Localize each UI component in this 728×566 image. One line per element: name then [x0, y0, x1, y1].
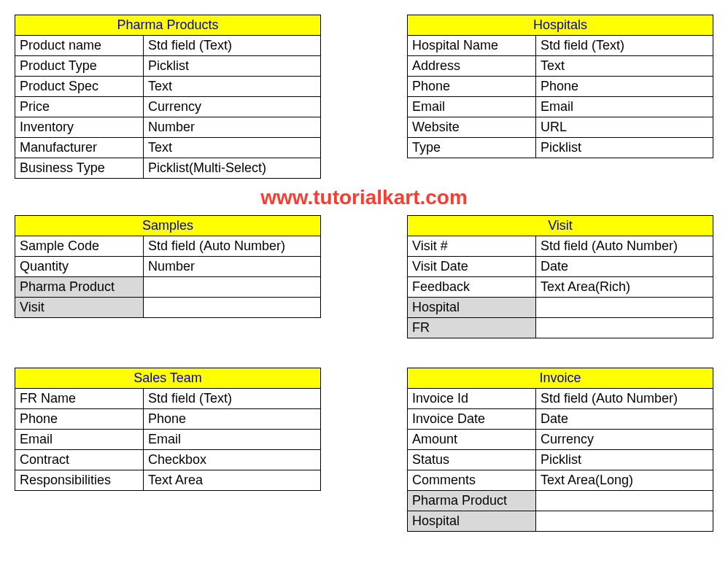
- table-row: ManufacturerText: [15, 138, 321, 158]
- field-value: Std field (Auto Number): [143, 236, 320, 257]
- field-value: Picklist(Multi-Select): [143, 158, 320, 179]
- table-row: Visit #Std field (Auto Number): [408, 236, 713, 257]
- table-row: Pharma Product: [15, 277, 321, 298]
- field-label: Contract: [15, 450, 144, 470]
- field-label: Visit: [15, 298, 144, 318]
- table-row: PriceCurrency: [15, 97, 321, 117]
- field-value: [535, 298, 713, 318]
- field-value: [535, 491, 713, 511]
- table-row: InventoryNumber: [15, 117, 321, 138]
- field-value: Text Area: [143, 470, 320, 491]
- field-value: Picklist: [143, 56, 320, 77]
- field-label: Website: [408, 117, 536, 138]
- field-value: [535, 511, 713, 532]
- table-row: PhonePhone: [15, 409, 321, 430]
- visit-table: Visit Visit #Std field (Auto Number)Visi…: [407, 215, 713, 338]
- table-row: Product nameStd field (Text): [15, 36, 321, 56]
- field-value: Text: [535, 56, 713, 77]
- table-title: Sales Team: [15, 368, 321, 389]
- table-title: Pharma Products: [15, 15, 321, 36]
- table-row: Hospital NameStd field (Text): [408, 36, 713, 56]
- table-row: Hospital: [408, 298, 713, 318]
- field-value: Picklist: [535, 450, 713, 470]
- table-row: Sample CodeStd field (Auto Number): [15, 236, 321, 257]
- table-row: ContractCheckbox: [15, 450, 321, 470]
- table-row: PhonePhone: [408, 77, 713, 97]
- field-value: [143, 277, 320, 298]
- field-label: Inventory: [15, 117, 144, 138]
- field-label: Status: [408, 450, 536, 470]
- field-label: Sample Code: [15, 236, 144, 257]
- samples-table: Samples Sample CodeStd field (Auto Numbe…: [15, 215, 321, 338]
- table-title: Visit: [408, 216, 713, 236]
- table-row: AmountCurrency: [408, 430, 713, 450]
- table-row: Product SpecText: [15, 77, 321, 97]
- table-row: Product TypePicklist: [15, 56, 321, 77]
- field-value: Checkbox: [143, 450, 320, 470]
- field-value: [143, 298, 320, 318]
- table-row: FR: [408, 318, 713, 338]
- field-value: Picklist: [535, 138, 713, 158]
- table-row: Visit: [15, 298, 321, 318]
- field-label: Price: [15, 97, 144, 117]
- invoice-table: Invoice Invoice IdStd field (Auto Number…: [407, 368, 713, 532]
- field-value: Date: [535, 257, 713, 277]
- table-row: EmailEmail: [15, 430, 321, 450]
- field-label: Product Spec: [15, 77, 144, 97]
- field-label: Type: [408, 138, 536, 158]
- table-title: Hospitals: [408, 15, 713, 36]
- field-label: Pharma Product: [408, 491, 536, 511]
- table-title: Invoice: [408, 368, 713, 389]
- table-row: Hospital: [408, 511, 713, 532]
- field-label: FR Name: [15, 389, 144, 409]
- sales-team-table: Sales Team FR NameStd field (Text)PhoneP…: [15, 368, 321, 532]
- table-row: FeedbackText Area(Rich): [408, 277, 713, 298]
- field-label: Hospital Name: [408, 36, 536, 56]
- table-row: Invoice DateDate: [408, 409, 713, 430]
- field-value: Number: [143, 257, 320, 277]
- field-value: Date: [535, 409, 713, 430]
- table-row: Pharma Product: [408, 491, 713, 511]
- field-label: Visit #: [408, 236, 536, 257]
- field-value: Text Area(Rich): [535, 277, 713, 298]
- table-row: ResponsibilitiesText Area: [15, 470, 321, 491]
- field-value: Currency: [535, 430, 713, 450]
- field-label: Email: [15, 430, 144, 450]
- table-row: WebsiteURL: [408, 117, 713, 138]
- field-value: [535, 318, 713, 338]
- field-label: Hospital: [408, 298, 536, 318]
- field-label: Feedback: [408, 277, 536, 298]
- table-row: EmailEmail: [408, 97, 713, 117]
- field-value: Text: [143, 77, 320, 97]
- field-label: Invoice Date: [408, 409, 536, 430]
- field-value: Number: [143, 117, 320, 138]
- field-label: FR: [408, 318, 536, 338]
- table-row: Visit DateDate: [408, 257, 713, 277]
- field-value: Phone: [143, 409, 320, 430]
- field-label: Responsibilities: [15, 470, 144, 491]
- hospitals-table: Hospitals Hospital NameStd field (Text)A…: [407, 15, 713, 179]
- field-value: Currency: [143, 97, 320, 117]
- field-value: URL: [535, 117, 713, 138]
- table-row: QuantityNumber: [15, 257, 321, 277]
- field-label: Phone: [408, 77, 536, 97]
- field-value: Std field (Text): [535, 36, 713, 56]
- field-label: Business Type: [15, 158, 144, 179]
- field-label: Email: [408, 97, 536, 117]
- table-row: TypePicklist: [408, 138, 713, 158]
- table-row: CommentsText Area(Long): [408, 470, 713, 491]
- table-row: Invoice IdStd field (Auto Number): [408, 389, 713, 409]
- pharma-products-table: Pharma Products Product nameStd field (T…: [15, 15, 321, 179]
- field-label: Phone: [15, 409, 144, 430]
- field-label: Product name: [15, 36, 144, 56]
- field-label: Manufacturer: [15, 138, 144, 158]
- field-value: Email: [535, 97, 713, 117]
- field-label: Pharma Product: [15, 277, 144, 298]
- field-label: Product Type: [15, 56, 144, 77]
- field-label: Hospital: [408, 511, 536, 532]
- field-label: Address: [408, 56, 536, 77]
- field-label: Visit Date: [408, 257, 536, 277]
- field-value: Std field (Auto Number): [535, 389, 713, 409]
- table-row: StatusPicklist: [408, 450, 713, 470]
- field-label: Quantity: [15, 257, 144, 277]
